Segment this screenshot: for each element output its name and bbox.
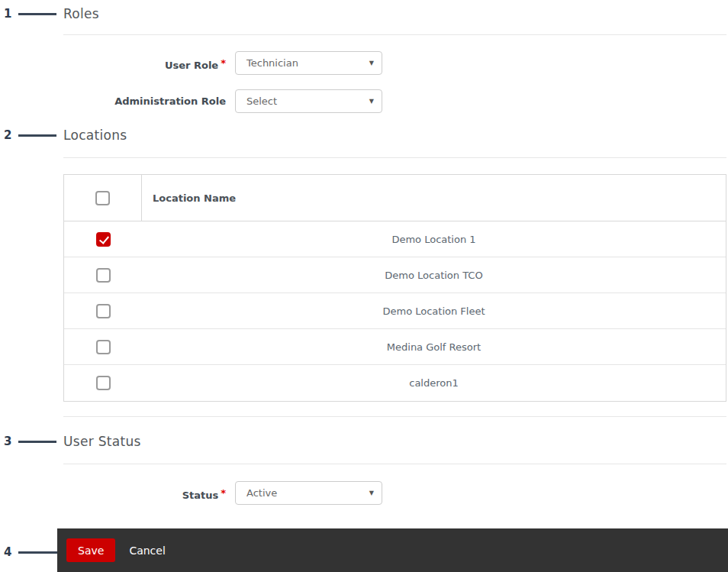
location-name: calderon1	[142, 365, 726, 401]
row-checkbox[interactable]	[96, 304, 111, 318]
table-row: Demo Location Fleet	[64, 293, 726, 329]
checkbox-cell	[64, 365, 142, 401]
administration-role-label-text: Administration Role	[114, 95, 226, 107]
roles-divider	[63, 34, 726, 35]
location-name: Demo Location 1	[142, 221, 726, 257]
administration-role-select-value: Select	[236, 95, 369, 107]
callout-2: 2	[4, 128, 56, 143]
location-name-header: Location Name	[142, 175, 726, 221]
user-role-select[interactable]: Technician	[235, 51, 382, 75]
pre-user-status-divider	[63, 416, 726, 417]
cancel-button[interactable]: Cancel	[129, 545, 165, 557]
row-checkbox[interactable]	[96, 340, 111, 354]
user-status-section-title: User Status	[63, 434, 141, 449]
callout-4-number: 4	[4, 545, 11, 560]
administration-role-row: Administration Role Select	[0, 89, 728, 113]
locations-table: Location Name Demo Location 1 Demo Locat…	[63, 174, 726, 402]
user-role-label: User Role*	[0, 51, 226, 77]
required-asterisk: *	[221, 57, 226, 69]
callout-3: 3	[4, 434, 56, 449]
select-all-checkbox[interactable]	[95, 191, 110, 205]
location-name: Medina Golf Resort	[142, 329, 726, 364]
status-row: Status* Active	[0, 481, 728, 505]
status-label: Status*	[0, 481, 226, 507]
callout-1-number: 1	[4, 6, 11, 21]
callout-3-leader-line	[18, 441, 56, 443]
row-checkbox[interactable]	[96, 268, 111, 283]
page: 1 2 3 4 Roles User Role* Technician Admi…	[0, 0, 728, 572]
chevron-down-icon	[369, 60, 382, 66]
status-select[interactable]: Active	[235, 481, 382, 505]
location-name: Demo Location Fleet	[142, 293, 726, 328]
roles-section-title: Roles	[63, 6, 99, 21]
user-role-row: User Role* Technician	[0, 51, 728, 75]
save-button[interactable]: Save	[66, 538, 115, 562]
table-row: Demo Location 1	[64, 221, 726, 257]
administration-role-select[interactable]: Select	[235, 89, 382, 113]
callout-1: 1	[4, 6, 56, 21]
user-role-label-text: User Role	[165, 60, 218, 71]
user-role-select-value: Technician	[236, 57, 369, 69]
user-status-divider	[63, 464, 726, 464]
callout-1-leader-line	[18, 13, 56, 15]
table-row: Demo Location TCO	[64, 257, 726, 293]
location-name: Demo Location TCO	[142, 257, 726, 292]
callout-4-leader-line	[18, 551, 61, 554]
locations-section-title: Locations	[63, 128, 127, 143]
table-row: calderon1	[64, 365, 726, 401]
locations-divider	[63, 157, 726, 158]
chevron-down-icon	[369, 490, 382, 496]
callout-2-number: 2	[4, 128, 11, 143]
checkbox-cell	[64, 257, 142, 292]
checkbox-cell	[64, 329, 142, 364]
chevron-down-icon	[369, 99, 382, 105]
checkbox-cell	[64, 293, 142, 328]
row-checkbox[interactable]	[96, 376, 111, 390]
header-checkbox-cell	[64, 175, 142, 221]
administration-role-label: Administration Role	[0, 89, 226, 113]
checkbox-cell	[64, 221, 142, 257]
locations-table-header: Location Name	[64, 175, 726, 221]
status-select-value: Active	[236, 487, 369, 499]
callout-4: 4	[4, 545, 61, 560]
callout-3-number: 3	[4, 434, 11, 449]
callout-2-leader-line	[18, 134, 56, 137]
table-row: Medina Golf Resort	[64, 329, 726, 365]
required-asterisk: *	[221, 487, 226, 499]
footer-action-bar: Save Cancel	[57, 528, 728, 572]
status-label-text: Status	[182, 490, 219, 501]
row-checkbox[interactable]	[96, 232, 111, 247]
